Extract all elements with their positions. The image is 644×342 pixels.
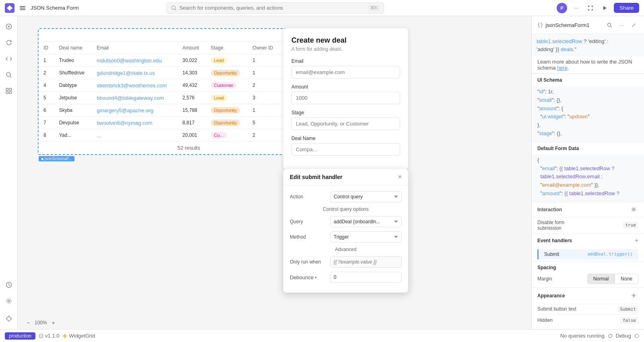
modal-close-button[interactable]: × [398, 174, 402, 180]
disable-submission-row: Disable form submission true [532, 217, 644, 233]
submit-btn-text-label: Submit button text [537, 306, 590, 312]
search-icon [171, 5, 177, 11]
svg-rect-12 [9, 89, 11, 91]
version-item: v1.1.0 [39, 333, 59, 339]
cell-id: 2 [39, 67, 54, 79]
cell-id: 6 [39, 104, 54, 117]
expand-icon[interactable] [585, 2, 596, 14]
email-input[interactable] [291, 66, 400, 78]
margin-none-button[interactable]: None [615, 274, 638, 284]
appearance-title: Appearance [537, 293, 565, 299]
action-select[interactable]: Control query [330, 191, 402, 202]
cell-stage: Opportunity [206, 104, 248, 117]
debounce-chevron-icon[interactable]: ▾ [315, 275, 317, 280]
cell-amount: 15,788 [178, 104, 206, 117]
cell-email: gdundridge1@state.tx.us [92, 67, 178, 79]
svg-line-10 [10, 76, 12, 78]
modal-header: Edit submit handler × [283, 169, 408, 185]
cell-email: bbound4@biblegateway.com [92, 92, 178, 104]
hidden-row: Hidden false [537, 314, 638, 326]
svg-marker-26 [63, 334, 66, 338]
appearance-settings-icon[interactable] [629, 291, 638, 301]
modal-title: Edit submit handler [290, 174, 343, 180]
canvas-bottom-bar: − 100% + [18, 316, 531, 329]
sidebar-item-grid[interactable] [2, 84, 16, 98]
method-select[interactable]: Trigger [330, 231, 402, 243]
ui-schema-header: UI Schema [532, 74, 644, 86]
dealname-input[interactable] [291, 143, 400, 156]
interaction-settings-icon[interactable] [629, 205, 638, 214]
cell-owner: 2 [248, 129, 280, 142]
col-owner: Owner ID [248, 42, 280, 54]
margin-row: Margin Normal None [537, 274, 638, 284]
zoom-in-button[interactable]: + [50, 319, 58, 327]
cell-stage: Lead [206, 54, 248, 67]
svg-line-21 [610, 26, 612, 27]
margin-normal-button[interactable]: Normal [587, 274, 615, 284]
form-subtitle: A form for adding deals. [291, 46, 400, 52]
bottombar-right: No queries running Debug [560, 333, 639, 339]
query-select[interactable]: addDeal (onboardin... [330, 216, 402, 227]
topbar: JSON Schema Form ⌘K P ··· Share [0, 0, 644, 16]
search-input[interactable] [179, 5, 366, 11]
cell-email: bwoolvin6@nymag.com [92, 117, 178, 129]
zoom-out-button[interactable]: − [24, 319, 32, 327]
menu-icon[interactable] [18, 3, 27, 13]
sidebar-item-diamond[interactable] [2, 311, 16, 326]
topbar-right: P ··· Share [557, 2, 639, 14]
left-sidebar [0, 16, 18, 329]
default-form-data-code: { "email": {{ table1.selectedRow ? table… [532, 155, 644, 202]
debug-label[interactable]: Debug [616, 333, 631, 339]
sidebar-item-add[interactable] [2, 19, 16, 34]
sidebar-item-settings[interactable] [2, 294, 16, 308]
avatar[interactable]: P [557, 3, 567, 13]
cell-owner: 1 [248, 54, 280, 67]
modal-body: Action Control query Control query optio… [283, 185, 408, 293]
play-icon[interactable] [599, 2, 611, 14]
widget-grid-label: WidgetGrid [69, 333, 95, 339]
ui-schema-code: "id": 1r, "email": {}, "amount": { "ui:w… [532, 86, 644, 142]
cell-id: 7 [39, 117, 54, 129]
cell-id: 5 [39, 92, 54, 104]
interaction-section-header: Interaction [532, 202, 644, 217]
search-bar[interactable]: ⌘K [167, 2, 384, 14]
col-email: Email [92, 42, 178, 54]
svg-line-4 [175, 9, 177, 10]
share-button[interactable]: Share [614, 3, 639, 13]
sidebar-item-history[interactable] [2, 278, 16, 292]
submit-btn-text-row: Submit button text Submit [537, 304, 638, 314]
stage-input[interactable] [291, 117, 400, 130]
environment-badge[interactable]: production [5, 332, 35, 340]
svg-point-20 [607, 23, 611, 26]
appearance-title-row: Appearance [537, 291, 638, 301]
cell-owner: 1 [248, 104, 280, 117]
rp-search-icon[interactable] [605, 20, 614, 30]
cell-name: Jetpulse [54, 92, 92, 104]
debounce-input[interactable] [330, 272, 402, 283]
email-label: Email [291, 58, 400, 64]
submit-event-handler[interactable]: Submit addDeal.trigger() [537, 249, 638, 260]
add-event-handler-button[interactable]: + [635, 237, 638, 244]
svg-point-3 [172, 6, 175, 9]
sidebar-item-code[interactable] [2, 52, 16, 66]
svg-rect-14 [9, 92, 11, 94]
sidebar-item-refresh[interactable] [2, 35, 16, 50]
learn-more-link[interactable]: here [557, 65, 568, 71]
right-panel: {} jsonSchemaForm1 ··· ⤢ table1.selected… [531, 16, 644, 329]
sidebar-item-search[interactable] [2, 68, 16, 82]
col-name: Deal name [54, 42, 92, 54]
amount-input[interactable] [291, 92, 400, 104]
refresh-status-icon[interactable] [608, 334, 613, 338]
debounce-label: Debounce ▾ [290, 274, 326, 280]
spacing-title: Spacing [537, 265, 638, 270]
cell-name: Shuffledrive [54, 67, 92, 79]
cell-name: Skyba [54, 104, 92, 117]
only-run-label: Only run when [290, 259, 326, 265]
only-run-input[interactable] [330, 256, 402, 268]
more-options-icon[interactable]: ··· [570, 2, 582, 14]
rp-more-icon[interactable]: ··· [617, 20, 626, 30]
form-field-dealname: Deal Name [291, 136, 400, 156]
svg-rect-11 [6, 89, 8, 91]
cell-stage: Opportunity [206, 67, 248, 79]
rp-expand-icon[interactable]: ⤢ [629, 20, 638, 30]
